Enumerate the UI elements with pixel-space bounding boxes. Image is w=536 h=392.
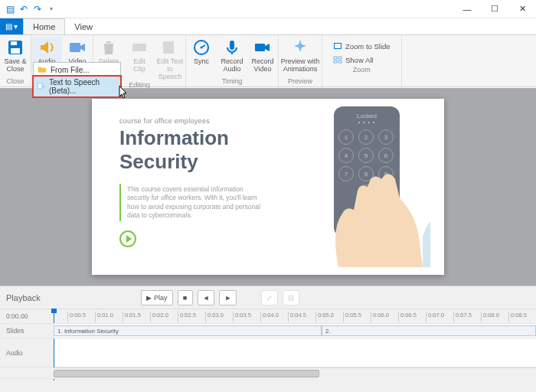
timeline-slides-row[interactable]: 1. Information Security 2. xyxy=(54,324,536,338)
ruler-tick: 0:07.0 xyxy=(426,312,444,322)
group-timing-label: Timing xyxy=(186,77,278,87)
zoom-to-slide-icon xyxy=(333,41,342,51)
expand-button: ⤢ xyxy=(261,290,278,305)
timeline[interactable]: 0:00.00 Slides Audio 0:00.50:01.00:01.50… xyxy=(0,309,536,392)
collapse-button: ⊟ xyxy=(283,290,299,305)
file-tab[interactable]: ▤ ▾ xyxy=(0,18,23,34)
preview-button[interactable]: Preview with Animations xyxy=(279,37,322,74)
locked-label: Locked xyxy=(338,113,395,119)
group-preview-label: Preview xyxy=(279,77,322,87)
edit-clip-label: Edit Clip xyxy=(133,58,145,74)
play-label: Play xyxy=(154,294,168,302)
scroll-thumb[interactable] xyxy=(54,370,319,377)
play-circle-icon[interactable] xyxy=(119,230,136,247)
svg-rect-11 xyxy=(334,57,337,59)
sync-label: Sync xyxy=(194,58,209,66)
stop-button[interactable]: ■ xyxy=(178,290,193,305)
delete-icon xyxy=(100,38,118,57)
zoom-to-slide-button[interactable]: Zoom to Slide xyxy=(328,40,395,52)
ruler-tick: 0:03.0 xyxy=(205,312,224,322)
ruler-tick: 0:04.0 xyxy=(260,312,279,322)
show-all-label: Show All xyxy=(345,56,373,64)
ruler-tick: 0:00.5 xyxy=(67,312,86,322)
time-start: 0:00.00 xyxy=(0,309,54,324)
text-to-speech-menu-item[interactable]: Text to Speech (Beta)... xyxy=(34,77,120,96)
show-all-button[interactable]: Show All xyxy=(328,54,395,66)
ruler-tick: 0:03.5 xyxy=(233,312,251,322)
tab-view[interactable]: View xyxy=(65,18,102,34)
save-icon xyxy=(6,38,25,57)
minimize-button[interactable]: ― xyxy=(453,0,481,18)
password-dots: • • • • xyxy=(338,119,395,125)
timeline-audio-row[interactable] xyxy=(54,338,536,368)
undo-icon[interactable]: ↶ xyxy=(18,4,29,15)
app-menu-icon[interactable]: ▤ xyxy=(5,4,15,15)
ruler-tick: 0:02.0 xyxy=(150,312,168,322)
show-all-icon xyxy=(333,55,342,64)
record-audio-button[interactable]: Record Audio xyxy=(217,37,247,74)
edit-clip-icon xyxy=(130,38,149,57)
slide-segment-2[interactable]: 2. xyxy=(322,325,536,336)
redo-icon[interactable]: ↷ xyxy=(32,4,43,15)
sync-button[interactable]: Sync xyxy=(186,37,217,66)
ruler-tick: 0:08.0 xyxy=(481,312,499,322)
svg-rect-12 xyxy=(338,57,342,59)
timeline-ruler[interactable]: 0:00.50:01.00:01.50:02.00:02.50:03.00:03… xyxy=(54,309,536,324)
timeline-scrollbar[interactable] xyxy=(54,368,536,379)
svg-rect-1 xyxy=(11,41,17,45)
edit-clip-button: Edit Clip xyxy=(124,37,155,74)
record-audio-label: Record Audio xyxy=(221,58,243,74)
audio-label: Audio xyxy=(0,338,54,368)
ruler-tick: 0:05.0 xyxy=(315,312,334,322)
play-button[interactable]: ▶Play xyxy=(141,290,173,305)
svg-rect-15 xyxy=(38,83,41,89)
record-video-button[interactable]: Record Video xyxy=(247,37,278,74)
tts-label: Text to Speech (Beta)... xyxy=(49,78,117,95)
ruler-tick: 0:07.5 xyxy=(453,312,472,322)
slide-segment-1[interactable]: 1. Information Security xyxy=(54,325,322,336)
group-close-label: Close xyxy=(0,77,31,87)
tts-icon xyxy=(37,81,46,92)
ruler-tick: 0:06.0 xyxy=(371,312,389,322)
sync-icon xyxy=(192,38,211,57)
ribbon-tabs: ▤ ▾ Home View xyxy=(0,18,536,35)
slide-canvas[interactable]: course for office employees Information … xyxy=(92,99,444,275)
svg-rect-10 xyxy=(335,44,342,49)
svg-rect-14 xyxy=(338,60,342,63)
folder-icon xyxy=(37,64,47,75)
edit-tts-icon xyxy=(161,38,179,57)
svg-rect-5 xyxy=(163,41,174,54)
camera-icon xyxy=(253,38,272,57)
svg-rect-3 xyxy=(70,43,80,52)
ruler-tick: 0:02.5 xyxy=(178,312,196,322)
svg-rect-4 xyxy=(132,44,146,51)
ruler-tick: 0:01.0 xyxy=(95,312,113,322)
cursor-icon xyxy=(115,84,130,103)
ruler-tick: 0:01.5 xyxy=(123,312,141,322)
mic-icon xyxy=(223,38,241,57)
video-icon xyxy=(68,38,87,57)
save-close-button[interactable]: Save & Close xyxy=(0,37,31,74)
edit-tts-button: Edit Text to Speech xyxy=(155,37,185,81)
ruler-tick: 0:06.5 xyxy=(398,312,417,322)
group-zoom-label: Zoom xyxy=(322,66,401,75)
from-file-menu-item[interactable]: From File... xyxy=(34,63,120,77)
ruler-tick: 0:04.5 xyxy=(288,312,306,322)
edit-tts-label: Edit Text to Speech xyxy=(155,58,185,81)
next-button[interactable]: ► xyxy=(219,290,237,305)
svg-rect-9 xyxy=(255,44,265,51)
close-window-button[interactable]: ✕ xyxy=(508,0,536,18)
from-file-label: From File... xyxy=(51,66,90,74)
zoom-to-slide-label: Zoom to Slide xyxy=(345,42,391,51)
play-icon: ▶ xyxy=(146,294,152,302)
svg-rect-8 xyxy=(230,41,234,50)
svg-rect-2 xyxy=(11,48,20,54)
record-video-label: Record Video xyxy=(251,58,273,74)
prev-button[interactable]: ◄ xyxy=(198,290,215,305)
maximize-button[interactable]: ☐ xyxy=(481,0,508,18)
sparkle-icon xyxy=(291,38,309,57)
phone-illustration: Locked • • • • 123 456 789 0 xyxy=(293,106,430,267)
title-bar: ▤ ↶ ↷ ▾ ― ☐ ✕ xyxy=(0,0,536,18)
tab-home[interactable]: Home xyxy=(23,18,65,34)
qat-dropdown-icon[interactable]: ▾ xyxy=(46,4,57,15)
